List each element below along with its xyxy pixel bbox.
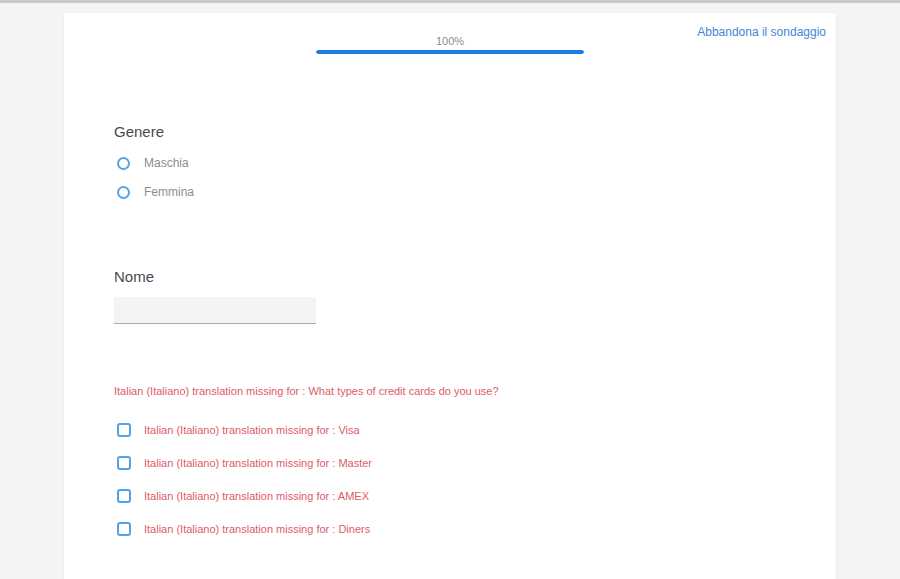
radio-option-maschia[interactable]: Maschia [117, 156, 194, 170]
radio-button-icon[interactable] [117, 157, 130, 170]
checkbox-icon[interactable] [117, 522, 131, 536]
checkbox-icon[interactable] [117, 489, 131, 503]
checkbox-icon[interactable] [117, 456, 131, 470]
progress-fill [316, 50, 584, 54]
checkbox-option-visa[interactable]: Italian (Italiano) translation missing f… [117, 423, 499, 437]
question-name: Nome [114, 269, 316, 324]
question-gender: Genere Maschia Femmina [114, 124, 194, 199]
name-text-input[interactable] [114, 297, 316, 324]
checkbox-option-label: Italian (Italiano) translation missing f… [144, 490, 369, 502]
question-credit-cards-title: Italian (Italiano) translation missing f… [114, 385, 499, 398]
question-credit-cards: Italian (Italiano) translation missing f… [114, 385, 499, 536]
checkbox-option-amex[interactable]: Italian (Italiano) translation missing f… [117, 489, 499, 503]
abandon-survey-link[interactable]: Abbandona il sondaggio [697, 25, 826, 39]
checkbox-icon[interactable] [117, 423, 131, 437]
checkbox-option-label: Italian (Italiano) translation missing f… [144, 424, 360, 436]
question-name-title: Nome [114, 269, 316, 285]
survey-card: 100% Abbandona il sondaggio Genere Masch… [64, 13, 836, 579]
survey-page: 100% Abbandona il sondaggio Genere Masch… [0, 0, 900, 579]
checkbox-option-label: Italian (Italiano) translation missing f… [144, 523, 370, 535]
radio-option-label: Femmina [144, 185, 194, 199]
progress-bar [316, 50, 584, 54]
radio-button-icon[interactable] [117, 186, 130, 199]
radio-option-femmina[interactable]: Femmina [117, 185, 194, 199]
radio-option-label: Maschia [144, 156, 189, 170]
top-strip [0, 0, 900, 3]
question-gender-title: Genere [114, 124, 194, 140]
checkbox-option-label: Italian (Italiano) translation missing f… [144, 457, 372, 469]
checkbox-option-master[interactable]: Italian (Italiano) translation missing f… [117, 456, 499, 470]
checkbox-option-diners[interactable]: Italian (Italiano) translation missing f… [117, 522, 499, 536]
